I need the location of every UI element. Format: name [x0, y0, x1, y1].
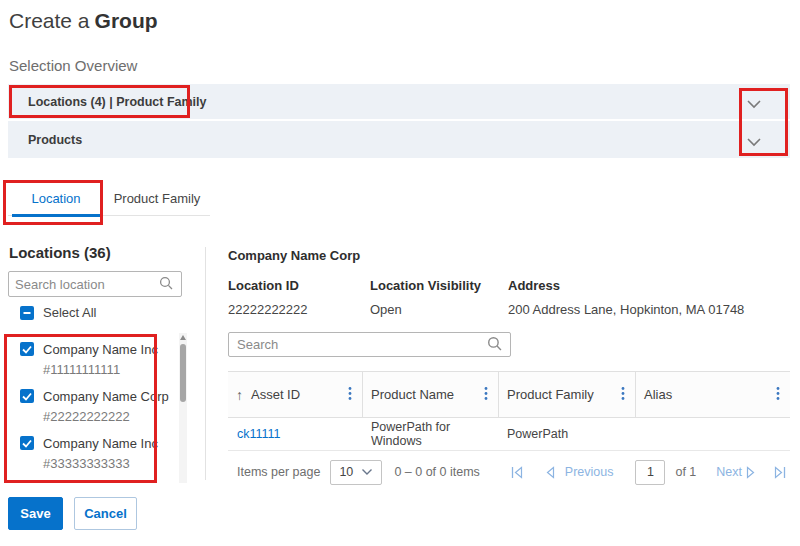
location-id: #33333333333 [43, 456, 160, 471]
product-name-cell: PowerPath for Windows [362, 420, 498, 448]
column-label: Product Name [371, 387, 454, 402]
page-number-input[interactable] [635, 460, 665, 485]
product-family-cell: PowerPath [498, 427, 635, 441]
create-group-page: Create aGroup Selection Overview Locatio… [0, 0, 800, 546]
list-item[interactable]: Company Name Inc #33333333333 [20, 434, 160, 471]
field-value: Open [370, 302, 508, 317]
scrollbar[interactable] [179, 333, 187, 483]
field-value: 22222222222 [228, 302, 370, 317]
assets-table-header: ↑ Asset ID Product Name Product Family [228, 371, 790, 418]
checkbox-checked-icon[interactable] [20, 389, 34, 403]
column-header-alias[interactable]: Alias [635, 372, 790, 417]
location-search-input[interactable] [9, 277, 159, 292]
column-menu-icon[interactable] [348, 386, 352, 403]
tab-location[interactable]: Location [8, 183, 104, 216]
accordion-label: Locations (4) | Product Family [28, 95, 207, 109]
first-page-icon[interactable] [511, 466, 523, 479]
list-item[interactable]: Company Name Inc #11111111111 [20, 340, 160, 377]
page-title: Create aGroup [9, 9, 158, 33]
search-icon[interactable] [487, 336, 502, 354]
detail-fields: Location ID 22222222222 Location Visibil… [228, 278, 790, 317]
items-per-page-value: 10 [339, 465, 353, 479]
location-id: #11111111111 [43, 362, 160, 377]
items-per-page-label: Items per page [237, 465, 320, 479]
column-header-product-family[interactable]: Product Family [498, 372, 635, 417]
tab-strip: Location Product Family [8, 183, 210, 216]
field-label: Location ID [228, 278, 370, 293]
last-page-icon[interactable] [774, 466, 786, 479]
field-address: Address 200 Address Lane, Hopkinton, MA … [508, 278, 790, 317]
column-label: Product Family [507, 387, 594, 402]
location-name: Company Name Inc [43, 436, 158, 451]
asset-search-input[interactable] [229, 337, 487, 352]
column-header-asset-id[interactable]: ↑ Asset ID [228, 372, 362, 417]
page-title-emphasis: Group [95, 9, 158, 32]
items-per-page-select[interactable]: 10 [330, 460, 382, 485]
save-button[interactable]: Save [8, 497, 63, 530]
next-button[interactable]: Next [712, 465, 756, 479]
asset-search [228, 332, 511, 357]
panel-divider [205, 247, 206, 480]
previous-button[interactable]: Previous [565, 465, 614, 479]
locations-heading: Locations (36) [9, 244, 111, 261]
accordion-label: Products [28, 133, 82, 147]
field-location-id: Location ID 22222222222 [228, 278, 370, 317]
previous-page-icon[interactable] [545, 466, 555, 479]
field-label: Address [508, 278, 790, 293]
column-menu-icon[interactable] [484, 386, 488, 403]
cancel-button[interactable]: Cancel [74, 497, 137, 530]
location-name: Company Name Corp [43, 389, 169, 404]
list-item[interactable]: Company Name Corp #22222222222 [20, 387, 160, 424]
company-name: Company Name Corp [228, 248, 790, 263]
column-menu-icon[interactable] [776, 386, 780, 403]
select-all-label: Select All [43, 305, 96, 320]
field-location-visibility: Location Visibility Open [370, 278, 508, 317]
assets-table: ↑ Asset ID Product Name Product Family [228, 371, 790, 493]
page-title-prefix: Create a [9, 9, 90, 32]
column-label: Alias [644, 387, 672, 402]
location-list: Company Name Inc #11111111111 Company Na… [20, 340, 160, 481]
checkbox-checked-icon[interactable] [20, 342, 34, 356]
accordion-products[interactable]: Products [8, 121, 790, 158]
next-page-icon [746, 466, 756, 479]
location-search [8, 271, 182, 297]
chevron-down-icon[interactable] [746, 97, 762, 107]
location-name: Company Name Inc [43, 342, 158, 357]
tab-product-family[interactable]: Product Family [104, 183, 210, 216]
column-label: Asset ID [251, 387, 300, 402]
chevron-down-icon[interactable] [746, 135, 762, 145]
table-row: ck11111 PowerPath for Windows PowerPath [228, 418, 790, 451]
scroll-up-icon[interactable] [180, 335, 186, 340]
scrollbar-thumb[interactable] [180, 344, 186, 402]
field-value: 200 Address Lane, Hopkinton, MA 01748 [508, 302, 790, 317]
page-of-text: of 1 [675, 465, 696, 479]
field-label: Location Visibility [370, 278, 508, 293]
sort-ascending-icon[interactable]: ↑ [236, 387, 243, 403]
asset-id-link[interactable]: ck11111 [237, 427, 281, 441]
accordion-locations-product-family[interactable]: Locations (4) | Product Family [8, 84, 790, 119]
checkbox-checked-icon[interactable] [20, 436, 34, 450]
items-range-text: 0 – 0 of 0 items [394, 465, 479, 479]
search-icon[interactable] [159, 276, 173, 293]
column-menu-icon[interactable] [621, 386, 625, 403]
location-detail-panel: Company Name Corp Location ID 2222222222… [228, 248, 790, 493]
location-id: #22222222222 [43, 409, 160, 424]
pagination-bar: Items per page 10 0 – 0 of 0 items Previ… [228, 451, 790, 493]
select-all-checkbox-indeterminate-icon[interactable] [20, 306, 34, 320]
selection-overview-heading: Selection Overview [9, 57, 137, 74]
chevron-down-icon [361, 468, 373, 476]
next-label: Next [716, 465, 742, 479]
select-all-row: Select All [20, 305, 96, 320]
column-header-product-name[interactable]: Product Name [362, 372, 498, 417]
